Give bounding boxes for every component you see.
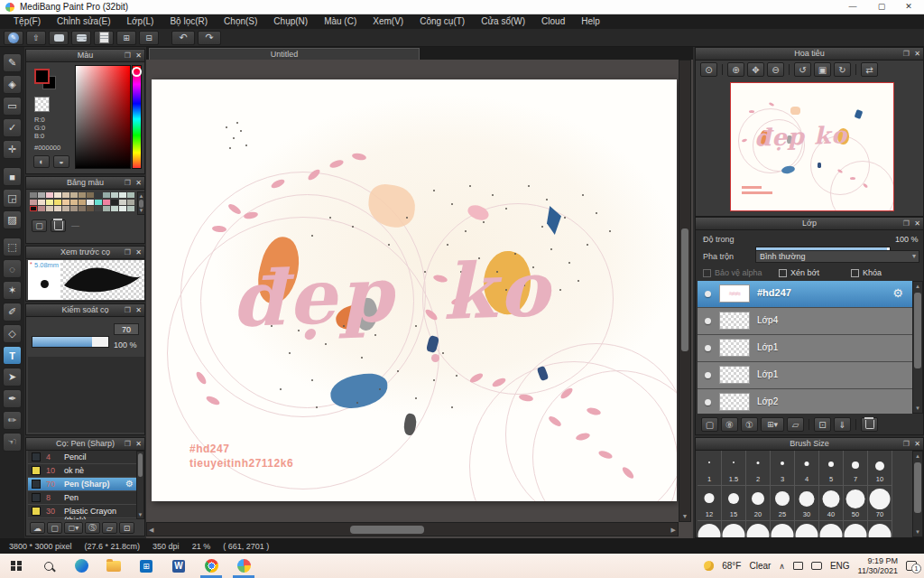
scroll-down-icon[interactable]: ▼: [137, 512, 143, 517]
palette-swatch[interactable]: [54, 200, 61, 205]
new-brush-menu-button[interactable]: ▢▾: [64, 522, 83, 534]
brush-item[interactable]: 30 Plastic Crayon (thick): [28, 505, 136, 518]
hue-cursor-icon[interactable]: [132, 67, 142, 77]
popout-icon[interactable]: ❐: [125, 247, 131, 258]
brush-size-cell[interactable]: 15: [722, 486, 746, 521]
palette-swatch[interactable]: [30, 192, 37, 198]
fill-rect-tool[interactable]: ■: [3, 167, 22, 186]
eyedropper-tool[interactable]: ✒: [3, 389, 22, 408]
taskbar-file-explorer[interactable]: [97, 554, 130, 578]
brush-size-cell[interactable]: [746, 521, 771, 538]
scroll-down-icon[interactable]: ▼: [913, 529, 922, 535]
menu-window[interactable]: Cửa sổ(W): [473, 14, 533, 29]
clock[interactable]: 9:19 PM 11/30/2021: [858, 556, 898, 576]
eraser-tool[interactable]: ◈: [3, 75, 22, 94]
scroll-down-icon[interactable]: ▼: [913, 406, 922, 411]
popout-icon[interactable]: ❐: [125, 50, 131, 61]
shape-brush-tool[interactable]: ▭: [3, 97, 22, 116]
document-button[interactable]: [94, 31, 114, 45]
palette-mode-button[interactable]: ◐: [33, 155, 50, 168]
palette-add-button[interactable]: ◒: [53, 155, 69, 168]
blend-mode-dropdown[interactable]: Bình thường ▾: [755, 250, 919, 263]
foreground-color-swatch[interactable]: [34, 69, 50, 84]
layer-list-scrollbar[interactable]: ▲ ▼: [912, 281, 923, 414]
brush-item-selected[interactable]: 70 Pen (Sharp) ⚙: [28, 478, 136, 491]
new-1bit-layer-button[interactable]: ①: [741, 417, 758, 432]
language-indicator[interactable]: ENG: [830, 561, 850, 571]
palette-swatch[interactable]: [38, 200, 45, 205]
scroll-thumb[interactable]: [914, 462, 921, 513]
close-icon[interactable]: ✕: [914, 218, 920, 229]
palette-swatch[interactable]: [127, 200, 134, 205]
move-tool[interactable]: ✛: [3, 140, 22, 159]
taskbar-chrome[interactable]: [195, 554, 227, 578]
add-layer-menu-button[interactable]: ⊞▾: [761, 417, 784, 432]
scroll-down-icon[interactable]: ▼: [679, 513, 690, 519]
layer-folder-button[interactable]: ▱: [787, 417, 804, 432]
layer-visible-icon[interactable]: [705, 372, 711, 378]
brush-size-cell[interactable]: [844, 521, 868, 538]
layer-row[interactable]: Lớp1: [698, 335, 912, 362]
palette-swatch[interactable]: [70, 206, 78, 211]
layer-row-selected[interactable]: ≈≈≈ #hd247 ⚙: [698, 281, 912, 308]
palette-swatch[interactable]: [119, 200, 126, 205]
palette-swatch[interactable]: [38, 206, 45, 211]
layer-row[interactable]: Lớp2: [698, 389, 912, 414]
brush-size-slider[interactable]: [32, 336, 109, 348]
palette-swatch[interactable]: [119, 192, 126, 198]
palette-swatch[interactable]: [70, 192, 78, 198]
zoom-reset-icon[interactable]: ⊙: [700, 62, 717, 77]
taskbar-medibang[interactable]: [227, 554, 260, 578]
palette-swatch[interactable]: [46, 192, 53, 198]
scroll-up-icon[interactable]: ▲: [913, 453, 922, 459]
lasso-tool[interactable]: ◌: [3, 259, 22, 278]
brush-size-cell[interactable]: [771, 521, 795, 538]
brush-size-cell[interactable]: 12: [698, 486, 722, 521]
script-brush-button[interactable]: Ⓢ: [85, 522, 100, 534]
navigator-viewport[interactable]: đẹp ko: [698, 80, 921, 214]
palette-swatch[interactable]: [103, 192, 110, 198]
notification-center-icon[interactable]: 1: [906, 561, 917, 571]
palette-swatch[interactable]: [103, 200, 110, 205]
palette-swatch[interactable]: [46, 206, 53, 211]
magic-wand-tool[interactable]: ✶: [3, 281, 22, 300]
brush-size-scrollbar[interactable]: ▲ ▼: [912, 451, 923, 537]
new-8bit-layer-button[interactable]: ⑧: [721, 417, 738, 432]
comment-button[interactable]: [49, 31, 69, 45]
close-icon[interactable]: ✕: [135, 50, 142, 61]
brush-size-cell[interactable]: 30: [795, 486, 819, 521]
brush-size-cell[interactable]: 5: [819, 451, 844, 486]
comment-list-button[interactable]: [71, 31, 91, 45]
taskbar-store[interactable]: ⊞: [130, 554, 162, 578]
palette-swatch[interactable]: [30, 200, 37, 205]
weather-condition[interactable]: Clear: [749, 561, 771, 571]
bucket-tool[interactable]: ◲: [3, 189, 22, 208]
brush-size-cell[interactable]: 25: [771, 486, 795, 521]
palette-swatch[interactable]: [87, 200, 94, 205]
brush-size-cell[interactable]: 20: [746, 486, 771, 521]
close-button[interactable]: ✕: [895, 0, 922, 14]
saturation-value-picker[interactable]: [75, 65, 131, 169]
scroll-thumb[interactable]: [138, 453, 143, 477]
lock-checkbox[interactable]: Khóa: [851, 268, 882, 277]
close-icon[interactable]: ✕: [135, 304, 142, 316]
scroll-right-icon[interactable]: ▶: [671, 527, 676, 534]
palette-swatch[interactable]: [127, 192, 134, 198]
palette-swatch[interactable]: [95, 200, 102, 205]
layer-visible-icon[interactable]: [705, 345, 711, 351]
upload-button[interactable]: ⇧: [26, 31, 46, 45]
scroll-down-icon[interactable]: ▼: [138, 208, 144, 213]
popout-icon[interactable]: ❐: [903, 218, 910, 229]
palette-swatch[interactable]: [62, 200, 69, 205]
palette-swatch[interactable]: [62, 192, 69, 198]
menu-filter[interactable]: Bộ lọc(R): [162, 14, 216, 29]
scroll-up-icon[interactable]: ▲: [138, 193, 144, 199]
div-pen-tool[interactable]: ✏: [3, 411, 22, 430]
start-button[interactable]: [0, 554, 32, 578]
brush-size-cell[interactable]: [722, 521, 746, 538]
brush-size-cell[interactable]: 2: [746, 451, 771, 486]
weather-moon-icon[interactable]: [704, 561, 714, 571]
brush-list-scrollbar[interactable]: ▼: [136, 451, 144, 519]
close-icon[interactable]: ✕: [135, 247, 142, 258]
popout-icon[interactable]: ❐: [903, 438, 910, 450]
